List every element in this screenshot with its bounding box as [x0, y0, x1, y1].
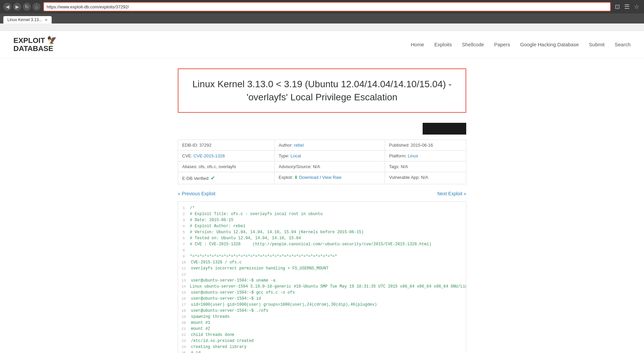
line-content: # Version: Ubuntu 12.04, 14.04, 14.10, 1… — [190, 229, 466, 235]
table-row: Aliases: ofs, ofs.c, overlayfs Advisory/… — [178, 161, 466, 172]
logo-bird-icon: 🦅 — [47, 36, 57, 45]
code-line: 12 — [178, 271, 466, 278]
line-number: 23 — [178, 338, 191, 344]
code-line: 22child threads done — [178, 332, 466, 338]
line-content: creating shared library — [191, 344, 466, 350]
line-content: # Date: 2015-06-15 — [190, 217, 466, 223]
code-block: 1/*2# Exploit Title: ofs.c - overlayfs l… — [178, 201, 466, 353]
bookmark-button[interactable]: ☆ — [633, 2, 641, 11]
tags-value: N/A — [401, 164, 408, 169]
reload-button[interactable]: ↻ — [23, 3, 31, 11]
nav-ghdb[interactable]: Google Hacking Database — [520, 42, 579, 47]
verified-checkmark: ✔ — [211, 175, 215, 181]
line-content: # Exploit Author: rebel — [190, 223, 466, 229]
next-exploit-link[interactable]: Next Exploit » — [437, 191, 466, 196]
code-line: 2# Exploit Title: ofs.c - overlayfs loca… — [178, 211, 466, 217]
logo-area: EXPLOIT 🦅 DATABASE — [13, 36, 57, 53]
line-number: 24 — [178, 344, 191, 350]
exploit-cell: Exploit: ⬇ Download / View Raw — [274, 172, 385, 184]
view-raw-link[interactable]: View Raw — [322, 175, 341, 180]
line-number: 8 — [178, 247, 190, 253]
line-number: 10 — [178, 259, 191, 265]
tags-cell: Tags: N/A — [385, 161, 466, 172]
code-line: 18user@ubuntu-server-1504:~$ ./ofs — [178, 308, 466, 314]
line-number: 18 — [178, 308, 191, 314]
browser-action-buttons: ⊡ ☰ ☆ — [613, 2, 641, 11]
active-tab[interactable]: Linux Kernel 3.13... ✕ — [3, 16, 52, 23]
code-line: 7# CVE : CVE-2015-1328 (http://people.ca… — [178, 241, 466, 247]
exploit-title-box: Linux Kernel 3.13.0 < 3.19 (Ubuntu 12.04… — [178, 68, 466, 113]
table-row: EDB-ID: 37292 Author: rebel Published: 2… — [178, 140, 466, 150]
code-line: 19spawning threads — [178, 314, 466, 320]
line-number: 14 — [178, 284, 190, 290]
code-line: 3# Date: 2015-06-15 — [178, 217, 466, 223]
line-content: child threads done — [191, 332, 466, 338]
code-line: 1/* — [178, 205, 466, 211]
advisory-cell: Advisory/Source: N/A — [274, 161, 385, 172]
logo-line2: DATABASE — [13, 45, 57, 53]
home-button[interactable]: ⌂ — [33, 3, 41, 11]
vuln-app-value: N/A — [421, 175, 428, 180]
nav-home[interactable]: Home — [411, 42, 424, 47]
menu-button[interactable]: ☰ — [623, 2, 631, 11]
line-number: 12 — [178, 271, 191, 278]
reader-view-button[interactable]: ⊡ — [613, 2, 621, 11]
line-content: spawning threads — [191, 314, 466, 320]
line-number: 6 — [178, 235, 190, 241]
line-number: 2 — [178, 211, 190, 217]
code-line: 21mount #2 — [178, 326, 466, 332]
vuln-app-cell: Vulnerable App: N/A — [385, 172, 466, 184]
line-content: # id — [191, 350, 466, 353]
platform-link[interactable]: Linux — [408, 153, 418, 158]
code-line: 13user@ubuntu-server-1504:~$ uname -a — [178, 278, 466, 284]
line-number: 20 — [178, 320, 191, 326]
redacted-image — [423, 123, 466, 135]
line-content: mount #2 — [191, 326, 466, 332]
tab-close-button[interactable]: ✕ — [45, 18, 48, 22]
line-number: 1 — [178, 205, 190, 211]
advisory-value: N/A — [313, 164, 320, 169]
nav-exploits[interactable]: Exploits — [434, 42, 452, 47]
cve-cell: CVE: CVE-2015-1328 — [178, 150, 275, 161]
author-link[interactable]: rebel — [294, 143, 304, 148]
cve-link[interactable]: CVE-2015-1328 — [194, 153, 225, 158]
type-link[interactable]: Local — [290, 153, 301, 158]
line-content: uid=1000(user) gid=1000(user) groups=100… — [191, 302, 466, 308]
code-line: 4# Exploit Author: rebel — [178, 223, 466, 229]
author-cell: Author: rebel — [274, 140, 385, 150]
tab-label: Linux Kernel 3.13... — [7, 17, 42, 22]
prev-exploit-link[interactable]: « Previous Exploit — [178, 191, 215, 196]
line-number: 15 — [178, 290, 191, 296]
line-number: 5 — [178, 229, 190, 235]
code-line: 23/etc/ld.so.preload created — [178, 338, 466, 344]
line-number: 21 — [178, 326, 191, 332]
download-link[interactable]: Download — [299, 175, 319, 180]
logo-text: EXPLOIT 🦅 DATABASE — [13, 36, 57, 53]
line-number: 3 — [178, 217, 190, 223]
nav-papers[interactable]: Papers — [494, 42, 510, 47]
line-number: 13 — [178, 278, 191, 284]
line-content: # Tested on: Ubuntu 12.04, 14.04, 14.10,… — [190, 235, 466, 241]
code-line: 6# Tested on: Ubuntu 12.04, 14.04, 14.10… — [178, 235, 466, 241]
back-button[interactable]: ◀ — [3, 3, 11, 11]
code-line: 15user@ubuntu-server-1504:~$ gcc ofs.c -… — [178, 290, 466, 296]
verified-cell: E-DB Verified: ✔ — [178, 172, 275, 184]
download-icon: ⬇ — [294, 175, 298, 180]
tab-bar: Linux Kernel 3.13... ✕ — [0, 13, 644, 23]
edb-id-value: 37292 — [199, 143, 211, 148]
published-cell: Published: 2015-06-16 — [385, 140, 466, 150]
bookmarks-bar — [0, 23, 644, 31]
forward-button[interactable]: ▶ — [13, 3, 21, 11]
exploit-text: EXPLOIT — [13, 36, 45, 45]
line-number: 25 — [178, 350, 191, 353]
address-bar[interactable] — [43, 2, 611, 11]
line-content: user@ubuntu-server-1504:~$ ./ofs — [191, 308, 466, 314]
nav-search[interactable]: Search — [614, 42, 631, 47]
nav-submit[interactable]: Submit — [589, 42, 605, 47]
code-line: 9*=*=*=*=*=*=*=*=*=*=*=*=*=*=*=*=*=*=*=*… — [178, 253, 466, 259]
code-line: 25# id — [178, 350, 466, 353]
nav-shellcode[interactable]: Shellcode — [462, 42, 484, 47]
line-content: overlayfs incorrect permission handling … — [191, 265, 466, 271]
edb-id-label: EDB-ID: 37292 — [178, 140, 275, 150]
line-number: 7 — [178, 241, 190, 247]
